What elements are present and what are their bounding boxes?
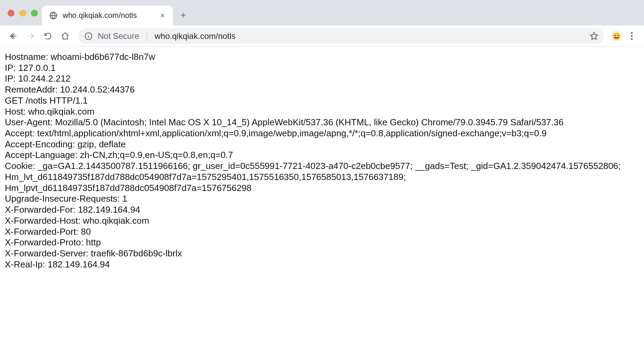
response-line: IP: 127.0.0.1 (5, 63, 639, 74)
bookmark-star-icon[interactable] (590, 32, 599, 41)
close-window-button[interactable] (8, 10, 14, 17)
response-line: GET /notls HTTP/1.1 (5, 95, 639, 106)
profile-avatar[interactable]: 😄 (610, 30, 623, 42)
response-line: Upgrade-Insecure-Requests: 1 (5, 193, 639, 204)
browser-tab[interactable]: who.qikqiak.com/notls (42, 6, 173, 25)
page-content: Hostname: whoami-bd6b677dc-l8n7wIP: 127.… (0, 47, 644, 360)
response-line: X-Forwarded-Port: 80 (5, 226, 639, 237)
response-line: Accept: text/html,application/xhtml+xml,… (5, 128, 639, 139)
divider (147, 32, 147, 41)
response-line: X-Real-Ip: 182.149.164.94 (5, 259, 639, 270)
site-info-icon[interactable] (84, 32, 93, 41)
security-status: Not Secure (98, 31, 139, 41)
response-line: X-Forwarded-For: 182.149.164.94 (5, 204, 639, 215)
home-button[interactable] (58, 29, 72, 43)
back-button[interactable] (6, 29, 21, 43)
globe-icon (49, 11, 58, 20)
tab-strip: who.qikqiak.com/notls (0, 0, 644, 25)
response-line: Accept-Language: zh-CN,zh;q=0.9,en-US;q=… (5, 150, 639, 161)
window-controls (8, 10, 38, 17)
chrome-menu-button[interactable] (625, 30, 638, 42)
new-tab-button[interactable] (176, 8, 191, 23)
response-line: RemoteAddr: 10.244.0.52:44376 (5, 84, 639, 95)
close-tab-button[interactable] (159, 12, 166, 19)
response-line: Host: who.qikqiak.com (5, 106, 639, 117)
toolbar: Not Secure who.qikqiak.com/notls 😄 (0, 25, 644, 47)
response-line: Hostname: whoami-bd6b677dc-l8n7w (5, 52, 639, 63)
avatar-emoji: 😄 (612, 32, 621, 40)
browser-window: who.qikqiak.com/notls (0, 0, 644, 360)
minimize-window-button[interactable] (19, 10, 26, 17)
response-line: X-Forwarded-Host: who.qikqiak.com (5, 215, 639, 226)
tab-title: who.qikqiak.com/notls (63, 11, 154, 20)
response-line: Cookie: _ga=GA1.2.1443500787.1511966166;… (5, 161, 639, 193)
response-line: Accept-Encoding: gzip, deflate (5, 139, 639, 150)
maximize-window-button[interactable] (31, 10, 38, 17)
response-line: IP: 10.244.2.212 (5, 73, 639, 84)
response-line: X-Forwarded-Proto: http (5, 237, 639, 248)
response-line: User-Agent: Mozilla/5.0 (Macintosh; Inte… (5, 117, 639, 128)
reload-button[interactable] (41, 29, 55, 43)
response-line: X-Forwarded-Server: traefik-867bd6b9c-lb… (5, 248, 639, 259)
forward-button[interactable] (23, 29, 38, 43)
url-text[interactable]: who.qikqiak.com/notls (155, 31, 585, 41)
address-bar[interactable]: Not Secure who.qikqiak.com/notls (79, 28, 604, 44)
